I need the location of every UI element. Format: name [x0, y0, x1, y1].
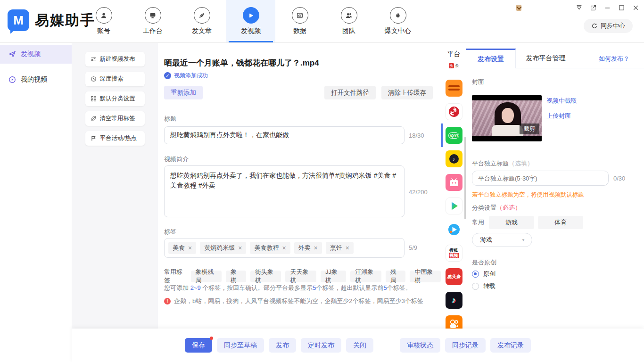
- default-category-button[interactable]: 默认分类设置: [85, 91, 145, 106]
- tag-off-icon: [91, 115, 97, 122]
- remove-tag-icon[interactable]: ×: [188, 245, 192, 251]
- publish-log-button[interactable]: 发布记录: [490, 338, 531, 353]
- tag-chip: 烹饪×: [326, 242, 354, 254]
- platform-weishi[interactable]: [441, 218, 466, 241]
- panel-filter-icon[interactable]: [575, 4, 583, 11]
- common-tag-chip[interactable]: 象棋残局: [191, 271, 222, 282]
- common-tag-chip[interactable]: 象棋: [226, 271, 246, 282]
- platform-douyin[interactable]: ♪: [441, 288, 466, 312]
- nav-item-team[interactable]: 团队: [324, 0, 373, 42]
- common-tag-chip[interactable]: 中国象棋: [410, 271, 441, 282]
- nav-item-publish-article[interactable]: 发文章: [177, 0, 226, 42]
- radio-original[interactable]: 原创: [472, 270, 495, 278]
- close-icon[interactable]: [632, 4, 639, 11]
- radio-selected-icon: [472, 271, 479, 278]
- bilibili-tv-icon: [446, 174, 462, 191]
- sync-draft-button[interactable]: 同步至草稿: [217, 338, 264, 353]
- clear-upload-cache-button[interactable]: 清除上传缓存: [381, 86, 433, 99]
- action-footer: 保存 同步至草稿 发布 定时发布 关闭 审核状态 同步记录 发布记录: [72, 329, 644, 362]
- feedback-icon[interactable]: [589, 4, 597, 11]
- new-video-publish-button[interactable]: 新建视频发布: [85, 52, 145, 66]
- check-circle-icon: ✓: [164, 72, 171, 79]
- tags-warning-text: 企鹅，b站，网易，搜狗，大风平台视频标签不能为空，企鹅至少2个标签，网易至少3个…: [174, 297, 423, 305]
- platform-huitoutiao[interactable]: 惠头条: [441, 265, 466, 288]
- chart-icon: [292, 7, 308, 24]
- tray-plugin-icon[interactable]: [516, 5, 521, 11]
- common-tag-chip[interactable]: 街头象棋: [250, 271, 281, 282]
- capture-from-video-link[interactable]: 视频中截取: [546, 97, 577, 105]
- category-sports-button[interactable]: 体育: [538, 216, 583, 229]
- remove-tag-icon[interactable]: ×: [314, 245, 318, 251]
- category-label: 分类设置（必选）: [472, 204, 521, 212]
- common-tag-chip[interactable]: 天天象棋: [285, 271, 316, 282]
- platform-music-cam[interactable]: ♪: [441, 147, 466, 171]
- platform-ifeng[interactable]: [441, 100, 466, 123]
- left-sidebar: 发视频 我的视频: [0, 42, 72, 362]
- independent-title-warning: 若平台独立标题为空，将使用视频默认标题: [472, 191, 584, 199]
- cover-label: 封面: [472, 78, 484, 86]
- crop-button[interactable]: 裁剪: [520, 123, 539, 134]
- close-button[interactable]: 关闭: [346, 338, 373, 353]
- platform-kuaishou[interactable]: [441, 312, 466, 329]
- common-tag-chip[interactable]: 江湖象棋: [350, 271, 381, 282]
- toutiao-mini-suffix: 条: [455, 63, 459, 68]
- upload-cover-link[interactable]: 上传封面: [546, 112, 571, 120]
- platform-tencent-video[interactable]: [441, 194, 466, 218]
- nav-item-workbench[interactable]: 工作台: [128, 0, 177, 42]
- platform-bilibili[interactable]: [441, 171, 466, 194]
- remove-tag-icon[interactable]: ×: [282, 245, 286, 251]
- title-input[interactable]: [164, 126, 405, 144]
- nav-item-data[interactable]: 数据: [275, 0, 324, 42]
- save-button[interactable]: 保存: [185, 338, 212, 353]
- common-tag-chip[interactable]: JJ象棋: [321, 271, 346, 282]
- cover-thumbnail[interactable]: 裁剪: [472, 95, 542, 141]
- sync-center-button[interactable]: 同步中心: [584, 19, 633, 33]
- maximize-icon[interactable]: [618, 4, 625, 11]
- warning-icon: !: [164, 298, 171, 304]
- file-actions-row: 重新添加 打开文件路径 清除上传缓存: [164, 86, 433, 99]
- tab-platform-manage[interactable]: 发布平台管理: [516, 49, 576, 68]
- toutiao-icon: 头: [449, 63, 454, 68]
- kuaishou-icon: [446, 315, 462, 329]
- clear-common-tags-button[interactable]: 清空常用标签: [85, 111, 145, 126]
- sidebar-item-publish-video[interactable]: 发视频: [0, 45, 72, 64]
- play-circle-icon: [8, 76, 16, 83]
- readd-button[interactable]: 重新添加: [164, 86, 203, 99]
- tool-label: 平台活动/热点: [100, 134, 137, 142]
- category-game-button[interactable]: 游戏: [489, 216, 534, 229]
- platform-toutiao-mini[interactable]: 头 条: [441, 62, 466, 69]
- independent-title-input[interactable]: [472, 171, 609, 186]
- description-textarea[interactable]: 想吃黄焖鸡别再点外卖了，我们在家也能做，方法很简单#黄焖鸡米饭 #美食 #美食教…: [164, 165, 405, 217]
- nav-item-account[interactable]: 账号: [79, 0, 128, 42]
- tag-text: 外卖: [298, 244, 311, 252]
- remove-tag-icon[interactable]: ×: [238, 245, 242, 251]
- tab-publish-settings[interactable]: 发布设置: [466, 49, 516, 68]
- nav-item-publish-video[interactable]: 发视频: [226, 0, 275, 42]
- platform-iqiyi[interactable]: iQIYI: [441, 123, 466, 147]
- remove-tag-icon[interactable]: ×: [346, 245, 349, 251]
- platform-orange-media[interactable]: [441, 76, 466, 100]
- timer-icon: [91, 76, 97, 82]
- open-file-path-button[interactable]: 打开文件路径: [324, 86, 376, 99]
- save-label: 保存: [192, 341, 205, 350]
- nav-item-hot-center[interactable]: 爆文中心: [373, 0, 422, 42]
- tags-warning: ! 企鹅，b站，网易，搜狗，大风平台视频标签不能为空，企鹅至少2个标签，网易至少…: [164, 297, 423, 305]
- sidebar-item-my-videos[interactable]: 我的视频: [0, 70, 72, 89]
- category-select[interactable]: 游戏 ▼: [472, 233, 532, 247]
- tool-label: 深度搜索: [100, 75, 124, 83]
- tool-label: 清空常用标签: [100, 115, 135, 123]
- schedule-publish-button[interactable]: 定时发布: [301, 338, 341, 353]
- how-to-publish-link[interactable]: 如何发布？: [599, 55, 629, 63]
- radio-repost[interactable]: 转载: [472, 282, 495, 290]
- tag-text: 美食教程: [254, 244, 279, 252]
- sync-log-button[interactable]: 同步记录: [445, 338, 486, 353]
- tag-text: 黄焖鸡米饭: [204, 244, 235, 252]
- publish-button[interactable]: 发布: [269, 338, 296, 353]
- tags-input[interactable]: 美食× 黄焖鸡米饭× 美食教程× 外卖× 烹饪×: [164, 238, 405, 258]
- platform-activity-button[interactable]: 平台活动/热点: [85, 131, 145, 146]
- minimize-icon[interactable]: [603, 4, 611, 11]
- deep-search-button[interactable]: 深度搜索: [85, 72, 145, 86]
- review-status-button[interactable]: 审核状态: [400, 338, 440, 353]
- common-tag-chip[interactable]: 残局: [386, 271, 406, 282]
- platform-sohu-video[interactable]: 搜狐 视频: [441, 241, 466, 265]
